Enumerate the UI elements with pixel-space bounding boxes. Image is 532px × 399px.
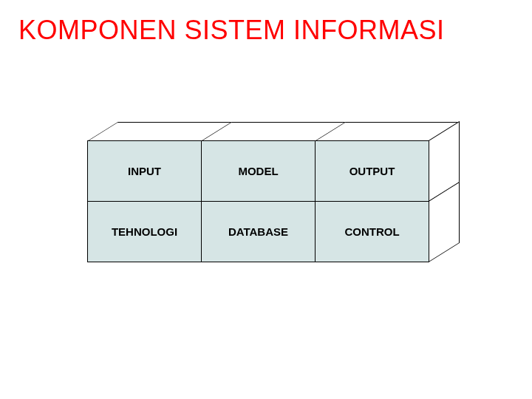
cell-model: MODEL bbox=[201, 140, 316, 202]
cell-tehnologi: TEHNOLOGI bbox=[87, 201, 202, 262]
cell-control: CONTROL bbox=[315, 201, 429, 262]
cell-database: DATABASE bbox=[201, 201, 316, 262]
cell-output: OUTPUT bbox=[315, 140, 429, 202]
slide-title: KOMPONEN SISTEM INFORMASI bbox=[18, 15, 445, 46]
cell-input: INPUT bbox=[87, 140, 202, 202]
